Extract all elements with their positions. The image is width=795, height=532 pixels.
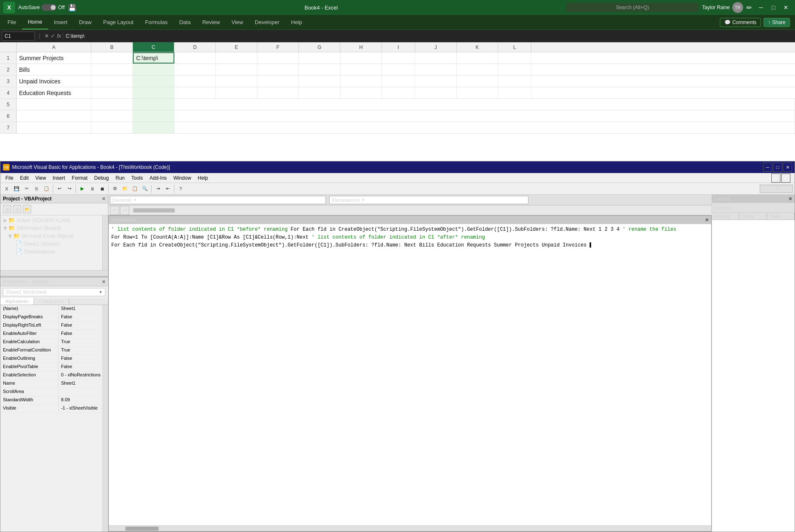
cell-i1[interactable] [382,52,415,63]
cell-d4[interactable] [174,87,216,98]
vba-menu-run[interactable]: Run [112,173,128,183]
vba-tool-run[interactable]: ▶ [78,184,87,193]
props-value[interactable]: False [59,322,102,329]
cell-g2[interactable] [299,64,340,75]
col-header-k[interactable]: K [457,42,498,52]
vba-menu-format[interactable]: Format [68,173,91,183]
indent-btn[interactable]: ⇤ [110,206,119,215]
vba-menu-help[interactable]: Help [194,173,211,183]
vba-tool-copy[interactable]: ⎘ [32,184,41,193]
search-bar[interactable]: Search (Alt+Q) [566,3,699,12]
vba-tool-paste[interactable]: 📋 [42,184,51,193]
vba-menu-insert[interactable]: Insert [49,173,68,183]
cell-l4[interactable] [498,87,531,98]
vba-tool-help[interactable]: ? [176,184,185,193]
cell-rest-6[interactable] [174,110,795,122]
cell-rest-5[interactable] [174,99,795,110]
cell-c3[interactable] [133,76,174,87]
excel-close-btn[interactable]: ✕ [780,2,792,13]
tab-review[interactable]: Review [196,15,226,29]
vba-restore-btn[interactable]: □ [773,163,782,172]
locals-close-btn[interactable]: ✕ [788,196,792,202]
vba-tool-save[interactable]: 💾 [12,184,21,193]
save-icon[interactable]: 💾 [68,4,76,12]
cell-a2[interactable]: Bills [17,64,91,75]
vba-tool-project[interactable]: 📁 [120,184,130,193]
proj-icon-3[interactable]: 📁 [23,205,31,213]
general-combo[interactable]: (General) ▼ [110,196,326,204]
col-header-b[interactable]: B [91,42,133,52]
cell-a7[interactable] [17,122,91,133]
cell-e3[interactable] [216,76,257,87]
props-value[interactable]: True [59,347,102,354]
vba-menu-tools[interactable]: Tools [128,173,146,183]
vba-menu-debug[interactable]: Debug [91,173,112,183]
props-tab-alphabetic[interactable]: Alphabetic [0,298,34,305]
col-header-d[interactable]: D [174,42,216,52]
vba-tool-undo[interactable]: ↩ [55,184,64,193]
cell-b6[interactable] [91,110,133,122]
pen-icon[interactable]: ✏ [746,4,752,12]
tab-developer[interactable]: Developer [249,15,285,29]
props-value[interactable]: 0 - xlNoRestrictions [59,371,102,379]
cell-f3[interactable] [257,76,299,87]
formula-content[interactable]: C:\temp\ [63,32,795,40]
vba-tool-design[interactable]: ⚙ [110,184,120,193]
cell-f2[interactable] [257,64,299,75]
tab-data[interactable]: Data [174,15,196,29]
cell-i4[interactable] [382,87,415,98]
tab-home[interactable]: Home [22,15,48,29]
project-panel-close[interactable]: ✕ [102,196,105,202]
cell-d2[interactable] [174,64,216,75]
vba-tool-excel[interactable]: X [2,184,11,193]
cell-j4[interactable] [415,87,457,98]
excel-minimize-btn[interactable]: ─ [755,2,767,13]
vba-tool-cut[interactable]: ✂ [22,184,31,193]
props-value[interactable]: False [59,330,102,338]
cell-b1[interactable] [91,52,133,63]
col-header-e[interactable]: E [216,42,257,52]
cell-c1[interactable]: C:\temp\ [133,52,174,63]
cell-c4[interactable] [133,87,174,98]
vba-close-btn[interactable]: ✕ [783,163,792,172]
tab-draw[interactable]: Draw [73,15,97,29]
cell-j1[interactable] [415,52,457,63]
cell-k4[interactable] [457,87,498,98]
outdent-btn[interactable]: ⇥ [120,206,129,215]
props-tab-categorized[interactable]: Categorized [34,298,69,305]
vba-menu-file[interactable]: File [2,173,17,183]
tab-file[interactable]: File [2,15,22,29]
cell-e2[interactable] [216,64,257,75]
tab-insert[interactable]: Insert [48,15,73,29]
cell-a5[interactable] [17,99,91,110]
cell-e1[interactable] [216,52,257,63]
proj-icon-1[interactable]: ▦ [3,205,11,213]
vba-menu-view[interactable]: View [32,173,49,183]
cell-h2[interactable] [340,64,382,75]
tree-item-thisworkbook[interactable]: 📄 ThisWorkbook [0,248,102,256]
cell-l2[interactable] [498,64,531,75]
cell-b7[interactable] [91,122,133,133]
immediate-content[interactable]: ' list contents of folder indicated in C… [109,224,711,525]
tab-formulas[interactable]: Formulas [139,15,174,29]
cell-g3[interactable] [299,76,340,87]
proj-icon-2[interactable]: ▥ [13,205,21,213]
vba-inner-restore-btn[interactable]: □ [781,173,790,183]
immediate-hscroll[interactable] [109,525,711,531]
tree-item-sheet1[interactable]: 📄 Sheet1 (Sheet1) [0,240,102,248]
project-scrollbar-h[interactable] [0,270,108,276]
cell-b2[interactable] [91,64,133,75]
cell-k2[interactable] [457,64,498,75]
props-value[interactable]: 8.09 [59,396,102,404]
tree-item-excel-objects[interactable]: ▽ 📁 Microsoft Excel Objects [0,232,102,240]
comments-button[interactable]: 💬 Comments [720,18,761,27]
col-header-j[interactable]: J [415,42,457,52]
cell-c2[interactable] [133,64,174,75]
tree-item-vbaproject[interactable]: ▽ 📁 VBAProject (Book4) [0,224,102,232]
props-value[interactable] [59,388,102,396]
props-value[interactable]: -1 - xlSheetVisible [59,405,102,412]
cell-l3[interactable] [498,76,531,87]
cell-f1[interactable] [257,52,299,63]
share-button[interactable]: ↑ Share [763,18,790,27]
vba-tool-redo[interactable]: ↪ [65,184,74,193]
